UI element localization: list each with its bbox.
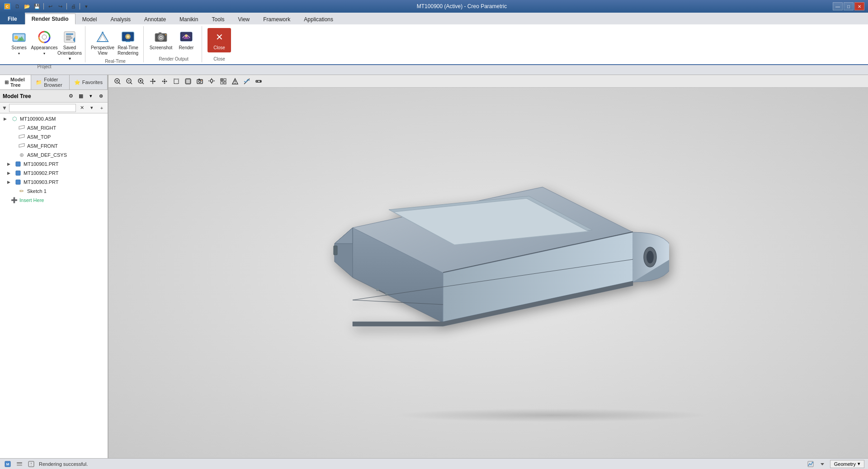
vp-lighting[interactable]: [206, 76, 217, 86]
vp-shade[interactable]: [183, 76, 193, 86]
panel-tab-favorites[interactable]: ⭐ Favorites: [70, 75, 108, 89]
tree-search-input[interactable]: [9, 104, 76, 112]
vp-view-options[interactable]: [253, 76, 264, 86]
tree-filter-clear[interactable]: ✕: [78, 104, 86, 112]
qat-extra[interactable]: ▾: [82, 2, 91, 10]
vp-window-select[interactable]: [171, 76, 182, 86]
tree-item-label-asm-right: ASM_RIGHT: [27, 125, 56, 131]
expand-icon-901: ▶: [7, 162, 13, 166]
tab-file[interactable]: File: [0, 13, 25, 24]
render-button[interactable]: Render: [175, 28, 198, 52]
status-right: Geometry ▾: [807, 460, 864, 468]
tree-item-sketch1[interactable]: ✏ Sketch 1: [0, 187, 108, 196]
viewport-toolbar: [108, 75, 868, 88]
plane-icon-front: [18, 142, 25, 150]
filter-icon: ▼: [2, 105, 7, 111]
geometry-dropdown[interactable]: Geometry ▾: [830, 460, 864, 468]
qat-sep1: [43, 3, 44, 9]
tree-item-asm-right[interactable]: ASM_RIGHT: [0, 123, 108, 132]
close-ribbon-button[interactable]: ✕ Close: [208, 28, 231, 52]
left-panel: ⊞ Model Tree 📁 Folder Browser ⭐ Favorite…: [0, 75, 108, 458]
qat-sep2: [66, 3, 67, 9]
qat-save[interactable]: 💾: [33, 2, 42, 10]
qat-undo[interactable]: ↩: [46, 2, 55, 10]
qat-print[interactable]: 🖨: [69, 2, 78, 10]
tab-applications[interactable]: Applications: [297, 14, 340, 24]
status-graphics-button[interactable]: [807, 460, 815, 468]
tree-more-button[interactable]: ▾: [87, 92, 95, 100]
vp-pan[interactable]: [159, 76, 170, 86]
panel-tab-model-tree[interactable]: ⊞ Model Tree: [0, 75, 31, 89]
tree-item-label-sketch: Sketch 1: [27, 188, 47, 194]
vp-orient[interactable]: [147, 76, 158, 86]
vp-display-mode[interactable]: [218, 76, 229, 86]
svg-rect-32: [16, 162, 20, 166]
svg-marker-52: [166, 80, 167, 82]
svg-rect-19: [126, 41, 130, 42]
screenshot-button[interactable]: Screenshot: [149, 28, 173, 52]
tab-manikin[interactable]: Manikin: [173, 14, 205, 24]
svg-rect-33: [16, 171, 20, 175]
close-group-label: Close: [208, 56, 231, 62]
close-button[interactable]: ✕: [854, 2, 864, 10]
tree-settings-button[interactable]: ⚙: [67, 92, 75, 100]
svg-rect-30: [19, 135, 24, 138]
panel-tabs: ⊞ Model Tree 📁 Folder Browser ⭐ Favorite…: [0, 75, 108, 90]
svg-rect-54: [174, 79, 179, 84]
status-layers-button[interactable]: [15, 460, 24, 468]
tab-framework[interactable]: Framework: [256, 14, 297, 24]
tree-item-mt100900asm[interactable]: ▶ ⬡ MT100900.ASM: [0, 114, 108, 123]
close-ribbon-icon: ✕: [212, 30, 226, 44]
tree-expand-button[interactable]: ⊕: [97, 92, 105, 100]
panel-tab-folder-browser[interactable]: 📁 Folder Browser: [31, 75, 69, 89]
qat-new[interactable]: 🗋: [13, 2, 22, 10]
tab-tools[interactable]: Tools: [205, 14, 231, 24]
minimize-button[interactable]: —: [833, 2, 843, 10]
tree-item-asm-def-csys[interactable]: ⊕ ASM_DEF_CSYS: [0, 150, 108, 159]
qat-redo[interactable]: ↪: [56, 2, 65, 10]
tree-item-label-903: MT100903.PRT: [24, 179, 58, 185]
vp-analysis2[interactable]: [241, 76, 252, 86]
svg-rect-25: [165, 34, 166, 35]
viewport-canvas[interactable]: [108, 88, 868, 458]
tab-render-studio[interactable]: Render Studio: [25, 14, 75, 24]
tab-analysis[interactable]: Analysis: [104, 14, 137, 24]
tree-filter-add[interactable]: +: [98, 104, 106, 112]
status-expand-button[interactable]: [818, 460, 826, 468]
tab-annotate[interactable]: Annotate: [137, 14, 173, 24]
svg-point-53: [164, 80, 165, 82]
svg-point-23: [160, 37, 162, 38]
scenes-button[interactable]: Scenes▾: [7, 28, 31, 58]
saved-orientations-button[interactable]: SavedOrientations ▾: [58, 28, 81, 63]
tree-item-mt100901[interactable]: ▶ MT100901.PRT: [0, 159, 108, 169]
realtime-rendering-icon: [121, 30, 135, 44]
tree-filter-apply[interactable]: ▾: [88, 104, 96, 112]
vp-analysis1[interactable]: [230, 76, 241, 86]
svg-rect-31: [19, 144, 24, 147]
vp-fit[interactable]: [136, 76, 146, 86]
perspective-view-button[interactable]: PerspectiveView: [91, 28, 114, 58]
ribbon-secondary: [0, 65, 868, 75]
qat-open[interactable]: 📂: [23, 2, 32, 10]
tab-view[interactable]: View: [231, 14, 256, 24]
tree-item-asm-front[interactable]: ASM_FRONT: [0, 141, 108, 150]
restore-button[interactable]: □: [844, 2, 854, 10]
tree-item-label-902: MT100902.PRT: [24, 170, 58, 176]
tree-item-mt100903[interactable]: ▶ MT100903.PRT: [0, 178, 108, 187]
svg-rect-34: [16, 180, 20, 184]
vp-zoom-in[interactable]: [112, 76, 123, 86]
tree-item-mt100902[interactable]: ▶ MT100902.PRT: [0, 169, 108, 178]
tree-item-insert-here[interactable]: ➕ Insert Here: [0, 196, 108, 205]
status-model-button[interactable]: M: [4, 460, 12, 468]
vp-camera[interactable]: [194, 76, 205, 86]
svg-rect-9: [66, 36, 71, 37]
appearances-button[interactable]: Appearances▾: [33, 28, 56, 58]
realtime-rendering-button[interactable]: Real-TimeRendering: [116, 28, 140, 58]
tree-columns-button[interactable]: ▦: [77, 92, 85, 100]
tree-item-asm-top[interactable]: ASM_TOP: [0, 132, 108, 141]
app-icon: C: [4, 3, 11, 10]
status-info-button[interactable]: [27, 460, 35, 468]
vp-zoom-out[interactable]: [124, 76, 135, 86]
tab-model[interactable]: Model: [75, 14, 104, 24]
svg-point-58: [199, 80, 201, 82]
